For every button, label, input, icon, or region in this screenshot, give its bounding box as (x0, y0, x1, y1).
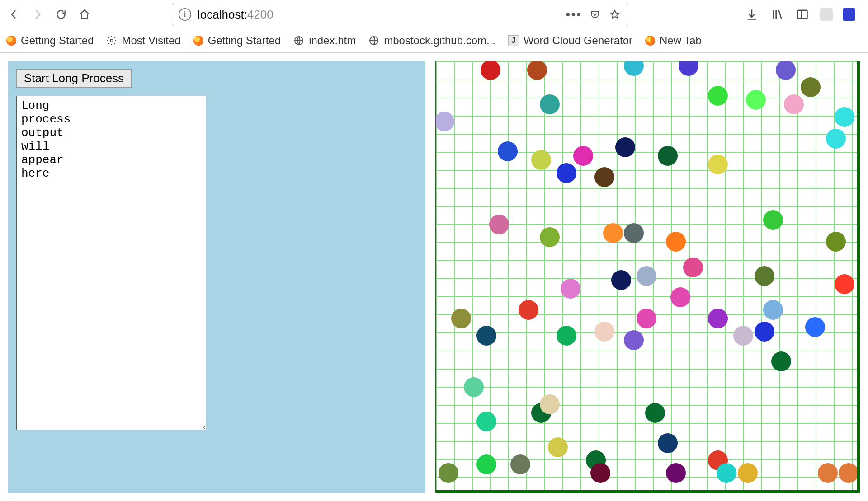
page-body: Start Long Process (0, 53, 868, 501)
chart-point (835, 107, 854, 127)
firefox-icon (193, 36, 203, 46)
chart-point (548, 437, 568, 457)
site-letter-icon: J (508, 35, 519, 46)
chart-point (637, 309, 656, 328)
sidebars-icon[interactable] (795, 7, 810, 22)
chart-point (826, 129, 846, 149)
bookmark-item[interactable]: JWord Cloud Generator (508, 34, 632, 47)
chart-point (805, 317, 825, 337)
process-output-textarea[interactable] (16, 96, 206, 430)
svg-rect-0 (798, 10, 807, 19)
bookmark-toolbar: Getting StartedMost VisitedGetting Start… (0, 29, 868, 52)
bookmark-item[interactable]: Getting Started (193, 34, 281, 47)
chart-point (776, 61, 796, 80)
chart-point (510, 454, 530, 474)
downloads-icon[interactable] (744, 7, 760, 22)
chart-point (763, 300, 783, 320)
chart-point (801, 77, 821, 97)
chart-point (519, 300, 538, 320)
bookmark-label: Most Visited (122, 34, 180, 47)
gear-icon (106, 35, 117, 46)
library-icon[interactable] (769, 7, 785, 22)
firefox-icon (645, 36, 655, 46)
bookmark-item[interactable]: index.htm (293, 34, 356, 47)
chart-point (557, 163, 576, 183)
chart-point (540, 94, 560, 114)
bookmark-star-icon[interactable] (608, 8, 622, 21)
chart-point (835, 274, 854, 294)
chart-point (527, 61, 547, 80)
url-port: 4200 (247, 8, 274, 21)
chart-point (733, 326, 753, 346)
url-text: localhost:4200 (198, 8, 274, 22)
chart-point (464, 377, 484, 397)
chart-point (755, 266, 774, 286)
chart-point (573, 146, 593, 166)
chart-point (624, 223, 644, 243)
chart-point (603, 223, 623, 243)
bookmark-label: mbostock.github.com... (384, 34, 495, 47)
chart-point (818, 463, 838, 483)
chart-point (615, 137, 635, 157)
home-button[interactable] (76, 6, 93, 23)
bookmark-label: Word Cloud Generator (524, 34, 632, 47)
chart-point (738, 463, 758, 483)
extension-icon-2[interactable] (843, 8, 855, 21)
address-bar[interactable]: i localhost:4200 ••• (172, 3, 628, 26)
globe-icon (368, 35, 379, 46)
chart-point (476, 326, 496, 346)
forward-button[interactable] (29, 6, 46, 23)
chart-point (637, 266, 656, 286)
chart-point (489, 215, 509, 234)
bookmark-item[interactable]: New Tab (645, 34, 702, 47)
chart-point (476, 412, 496, 431)
chart-point (679, 61, 698, 76)
chart-point (658, 146, 678, 166)
chart-point (784, 94, 804, 114)
chart-point (708, 155, 728, 174)
bookmark-item[interactable]: mbostock.github.com... (368, 34, 495, 47)
chart-point (531, 150, 551, 170)
bookmark-label: New Tab (660, 34, 702, 47)
chart-point (717, 463, 736, 483)
bookmark-item[interactable]: Getting Started (6, 34, 94, 47)
firefox-icon (6, 36, 16, 46)
page-actions-icon[interactable]: ••• (566, 7, 582, 22)
reload-button[interactable] (52, 6, 70, 23)
chart-point (708, 309, 728, 328)
extension-icon-1[interactable] (820, 8, 833, 21)
site-info-icon[interactable]: i (179, 8, 191, 21)
chart-point (708, 86, 728, 106)
chart-point (590, 463, 610, 483)
chart-point (435, 112, 454, 131)
svg-point-1 (110, 39, 113, 42)
chart-point (645, 403, 665, 423)
chart-point (557, 326, 576, 346)
pocket-icon[interactable] (588, 8, 602, 21)
chart-point (746, 90, 766, 110)
right-toolbar (744, 7, 863, 22)
chart-point (611, 270, 631, 290)
left-panel: Start Long Process (8, 61, 425, 493)
chart-point (683, 258, 703, 277)
chart-point (594, 167, 614, 187)
chart-point (763, 210, 783, 230)
globe-icon (293, 35, 304, 46)
chart-point (666, 232, 686, 252)
start-long-process-button[interactable]: Start Long Process (16, 69, 132, 88)
chart-point (561, 279, 580, 299)
chart-point (624, 330, 644, 350)
chart-point (481, 61, 500, 80)
chart-point (451, 309, 471, 328)
chart-point (670, 287, 690, 307)
scatter-chart (435, 61, 860, 493)
browser-chrome: i localhost:4200 ••• (0, 0, 868, 53)
chart-point (624, 61, 644, 76)
chart-point (498, 141, 518, 161)
back-button[interactable] (5, 6, 23, 23)
chart-point (755, 322, 774, 342)
bookmark-item[interactable]: Most Visited (106, 34, 180, 47)
chart-point (540, 227, 560, 247)
bookmark-label: index.htm (309, 34, 356, 47)
url-host: localhost: (198, 8, 247, 21)
